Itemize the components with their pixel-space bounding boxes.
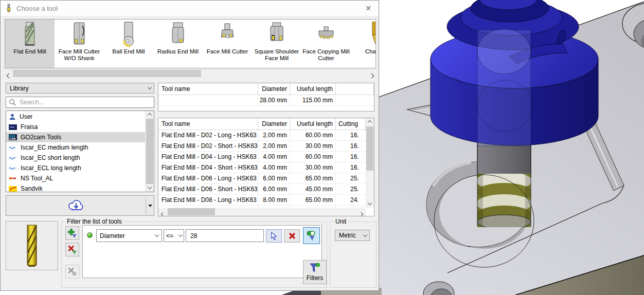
unit-dropdown[interactable]: Metric	[335, 230, 370, 241]
chevron-down-icon	[152, 235, 162, 236]
col-header-diameter[interactable]: Diameter	[258, 83, 290, 95]
add-filter-button[interactable]	[65, 226, 79, 240]
tool-type-square-shoulder-face-mill[interactable]: Square Shoulder Face Mill	[252, 20, 301, 68]
filter-operator-dropdown[interactable]: <=	[164, 229, 184, 242]
scroll-left-icon[interactable]	[7, 72, 11, 79]
table-row[interactable]: Flat End Mill - D04 - Short - HSK63 4.00…	[158, 162, 366, 173]
scroll-right-icon[interactable]	[370, 72, 373, 79]
tool-type-face-mill-cutter[interactable]: Face Mill Cutter	[203, 20, 252, 68]
clear-filters-button-disabled[interactable]	[65, 265, 79, 279]
tool-type-face-mill-wo-shank[interactable]: Face Mill Cutter W/O Shank	[55, 20, 104, 68]
app-window: Choose a tool ✕ Flat End Mill	[0, 0, 644, 295]
col-header-useful-length[interactable]: Useful length	[290, 118, 336, 130]
tool-type-flat-end-mill[interactable]: Flat End Mill	[5, 20, 55, 68]
table-header-row: Tool name Diameter Useful length	[158, 83, 374, 95]
tool-type-radius-end-mill[interactable]: Radius End Mill	[153, 20, 203, 68]
cloud-download-icon	[6, 196, 146, 215]
remove-filter-icon	[68, 245, 77, 254]
scroll-down-icon[interactable]	[366, 200, 374, 208]
filter-field-value: Diameter	[100, 232, 152, 239]
filter-enable-toggle-button[interactable]	[303, 227, 320, 244]
library-item-iscar-ecl-long[interactable]: Iscar_ECL long length	[6, 163, 146, 173]
delete-filter-row-button[interactable]	[284, 229, 300, 243]
scrollbar-thumb[interactable]	[146, 119, 153, 184]
cell-tool-name	[158, 95, 258, 105]
table-row[interactable]: Flat End Mill - D06 - Short - HSK63 6.00…	[158, 184, 366, 195]
iscar-logo-icon	[9, 165, 17, 171]
scrollbar-thumb[interactable]	[13, 70, 201, 77]
download-library-button[interactable]	[6, 195, 154, 216]
red-x-icon	[289, 232, 296, 239]
tool-type-label: Face Mill Cutter W/O Shank	[55, 48, 104, 62]
tool-type-ball-end-mill[interactable]: Ball End Mill	[104, 20, 153, 68]
col-header-useful-length[interactable]: Useful length	[290, 83, 336, 95]
library-item-go2cam-tools[interactable]: GO2 CAM GO2cam Tools	[6, 132, 146, 142]
remove-filter-button[interactable]	[65, 243, 79, 256]
scroll-left-icon[interactable]	[162, 210, 165, 217]
scroll-down-icon[interactable]	[146, 184, 154, 192]
tool-type-label: Flat End Mill	[13, 48, 46, 55]
dialog-tool-icon	[5, 4, 12, 13]
tool-type-label: Face Copying Mill Cutter	[301, 48, 351, 62]
table-row[interactable]: Flat End Mill - D06 - Long - HSK63 6.00 …	[158, 173, 366, 184]
tool-holder	[431, 0, 598, 146]
search-box[interactable]	[6, 97, 154, 108]
library-item-ns-tool-al[interactable]: NS Tool_AL	[6, 173, 146, 183]
scroll-up-icon[interactable]	[146, 111, 154, 119]
library-item-sandvik[interactable]: Sandvik	[6, 183, 146, 192]
library-dropdown[interactable]: Library	[6, 83, 154, 94]
radius-end-mill-icon	[167, 21, 189, 47]
tool-type-label: Face Mill Cutter	[207, 48, 248, 55]
tool-type-scrollbar[interactable]	[5, 69, 376, 77]
tool-transparent-overlay	[477, 29, 533, 146]
library-list-scrollbar[interactable]	[145, 111, 154, 192]
cell-useful-length: 115.00 mm	[290, 95, 336, 105]
scroll-up-icon[interactable]	[366, 118, 374, 126]
current-tool-row[interactable]: 28.00 mm 115.00 mm	[158, 95, 374, 106]
dialog-titlebar[interactable]: Choose a tool ✕	[1, 1, 379, 16]
download-dropdown-button[interactable]	[146, 196, 154, 215]
table-row[interactable]: Flat End Mill - D02 - Long - HSK63 2.00 …	[158, 130, 366, 141]
tool-type-face-copying-mill-cutter[interactable]: Face Copying Mill Cutter	[301, 20, 351, 68]
filters-button[interactable]: Filters	[303, 260, 327, 284]
col-header-tool-name[interactable]: Tool name	[158, 83, 258, 95]
scrollbar-thumb[interactable]	[366, 126, 373, 171]
tool-type-label: Chamfe	[365, 48, 376, 55]
face-mill-cutter-icon	[216, 21, 239, 47]
choose-tool-dialog: Choose a tool ✕ Flat End Mill	[0, 0, 379, 291]
scroll-right-icon[interactable]	[360, 210, 363, 217]
close-icon[interactable]: ✕	[363, 3, 373, 13]
filter-value-input[interactable]	[189, 232, 271, 240]
current-tool-table: Tool name Diameter Useful length 28.00 m…	[158, 83, 374, 112]
results-vscrollbar[interactable]	[366, 118, 374, 208]
table-row[interactable]: Flat End Mill - D04 - Long - HSK63 4.00 …	[158, 152, 366, 162]
results-hscrollbar[interactable]	[158, 208, 366, 216]
tool-type-label: Square Shoulder Face Mill	[252, 48, 301, 62]
col-header-cutting[interactable]: Cutting	[336, 118, 366, 130]
library-dropdown-value: Library	[10, 85, 146, 92]
filter-field-dropdown[interactable]: Diameter	[96, 229, 162, 242]
dropdown-arrow-icon	[148, 205, 152, 207]
library-list: User Fraisa GO2 CAM	[6, 110, 154, 192]
table-row[interactable]: Flat End Mill - D02 - Short - HSK63 2.00…	[158, 141, 366, 152]
cell-diameter: 28.00 mm	[258, 95, 290, 105]
filter-toggle-icon	[307, 231, 317, 241]
unit-value: Metric	[339, 232, 361, 239]
library-item-fraisa[interactable]: Fraisa	[6, 122, 146, 132]
search-input[interactable]	[19, 98, 154, 106]
iscar-logo-icon	[9, 145, 17, 150]
filter-value-combo[interactable]	[186, 229, 264, 242]
flat-end-mill-icon	[19, 21, 41, 47]
library-item-iscar-ec-medium[interactable]: Iscar_EC medium length	[6, 142, 146, 153]
scrollbar-thumb[interactable]	[168, 208, 215, 215]
filter-active-led	[87, 232, 93, 238]
tool-type-chamfer[interactable]: Chamfe	[351, 20, 376, 68]
col-header-diameter[interactable]: Diameter	[258, 118, 290, 130]
library-item-user[interactable]: User	[6, 112, 146, 122]
search-icon	[9, 99, 16, 106]
filters-button-label: Filters	[307, 274, 324, 282]
library-item-iscar-ec-short[interactable]: Iscar_EC short length	[6, 153, 146, 163]
col-header-tool-name[interactable]: Tool name	[158, 118, 258, 130]
table-row[interactable]: Flat End Mill - D08 - Long - HSK63 8.00 …	[158, 195, 366, 206]
pick-value-button[interactable]	[266, 229, 282, 243]
